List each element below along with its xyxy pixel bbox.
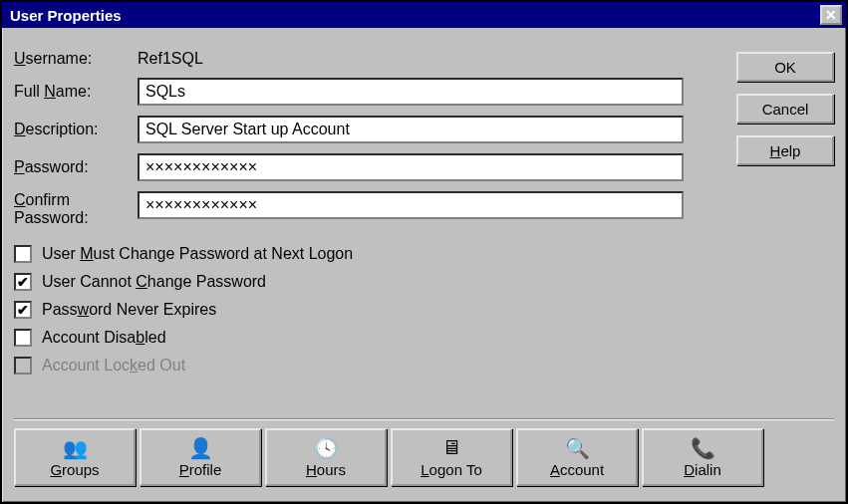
groups-label: Groups <box>50 461 99 478</box>
user-properties-dialog: User Properties ✕ OK Cancel Help Usernam… <box>0 0 848 504</box>
checkbox-1[interactable]: ✔ <box>14 273 32 291</box>
divider <box>14 418 834 420</box>
checkbox-row-4: Account Locked Out <box>14 352 834 379</box>
checkbox-label-1: User Cannot Change Password <box>42 273 266 291</box>
password-label: Password: <box>14 158 138 176</box>
logon-to-button[interactable]: 🖥Logon To <box>391 428 512 486</box>
description-label: Description: <box>14 121 138 138</box>
password-input[interactable] <box>138 153 684 181</box>
description-input[interactable] <box>138 116 684 143</box>
titlebar: User Properties ✕ <box>2 2 846 28</box>
fullname-input[interactable] <box>138 78 684 106</box>
logon-to-label: Logon To <box>421 461 481 478</box>
checkbox-label-3: Account Disabled <box>42 329 166 347</box>
window-title: User Properties <box>10 7 122 24</box>
profile-icon: 👤 <box>187 437 213 459</box>
help-label: Help <box>770 142 801 159</box>
checkbox-4 <box>14 357 32 375</box>
profile-button[interactable]: 👤Profile <box>140 428 261 486</box>
confirm-password-input[interactable] <box>138 191 684 219</box>
confirm-password-label: Confirm Password: <box>14 191 138 226</box>
groups-button[interactable]: 👥Groups <box>14 428 136 486</box>
checkbox-row-0[interactable]: User Must Change Password at Next Logon <box>14 240 834 268</box>
hours-icon: 🕓 <box>313 437 339 459</box>
help-button[interactable]: Help <box>736 135 834 165</box>
close-button[interactable]: ✕ <box>820 5 842 25</box>
dialin-button[interactable]: 📞Dialin <box>642 428 763 486</box>
hours-button[interactable]: 🕓Hours <box>265 428 387 486</box>
groups-icon: 👥 <box>62 437 88 459</box>
checkbox-0[interactable] <box>14 245 32 263</box>
bottom-toolbar: 👥Groups👤Profile🕓Hours🖥Logon To🔍Account📞D… <box>14 428 763 488</box>
profile-label: Profile <box>179 461 222 478</box>
dialin-icon: 📞 <box>690 437 715 459</box>
checkbox-row-3[interactable]: Account Disabled <box>14 324 834 352</box>
ok-button[interactable]: OK <box>736 52 834 82</box>
checkbox-group: User Must Change Password at Next Logon✔… <box>14 240 834 379</box>
checkbox-2[interactable]: ✔ <box>14 301 32 319</box>
dialin-label: Dialin <box>684 461 721 478</box>
fullname-label: Full Name: <box>14 83 138 101</box>
logon-to-icon: 🖥 <box>438 437 464 459</box>
hours-label: Hours <box>306 461 346 478</box>
account-button[interactable]: 🔍Account <box>516 428 638 486</box>
username-label: Username: <box>14 50 138 68</box>
checkbox-row-2[interactable]: ✔Password Never Expires <box>14 296 834 324</box>
ok-label: OK <box>774 59 796 76</box>
dialog-buttons: OK Cancel Help <box>736 52 834 165</box>
checkbox-label-4: Account Locked Out <box>42 357 185 375</box>
checkbox-3[interactable] <box>14 329 32 347</box>
close-icon: ✕ <box>825 8 837 22</box>
checkbox-label-0: User Must Change Password at Next Logon <box>42 245 353 263</box>
cancel-button[interactable]: Cancel <box>736 94 834 124</box>
account-label: Account <box>550 461 604 478</box>
account-icon: 🔍 <box>564 437 590 459</box>
username-value: Ref1SQL <box>138 50 203 68</box>
checkbox-label-2: Password Never Expires <box>42 301 216 319</box>
cancel-label: Cancel <box>762 101 809 118</box>
checkbox-row-1[interactable]: ✔User Cannot Change Password <box>14 268 834 296</box>
